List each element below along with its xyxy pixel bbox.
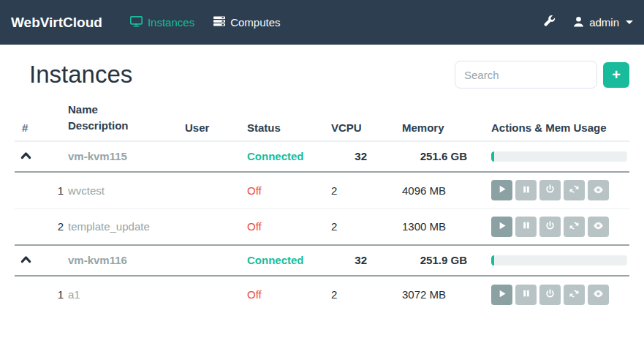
eye-icon <box>593 221 604 232</box>
row-index: 1 <box>15 288 68 301</box>
refresh-button[interactable] <box>564 285 585 305</box>
table-row-guest: 2 template_update Off 2 1300 MB <box>15 209 629 246</box>
instance-name-link[interactable]: a1 <box>68 288 80 301</box>
play-icon <box>497 184 507 196</box>
refresh-icon <box>569 289 579 301</box>
memory-value: 251.9 GB <box>402 254 491 266</box>
vcpu-value: 32 <box>331 150 402 162</box>
col-header-index: # <box>15 121 68 134</box>
chevron-up-icon <box>20 255 31 266</box>
host-name-link[interactable]: vm-kvm116 <box>68 254 127 266</box>
settings-wrench-button[interactable] <box>543 15 556 30</box>
pause-icon <box>522 289 531 300</box>
search-input[interactable] <box>455 61 597 89</box>
pause-button[interactable] <box>515 180 537 200</box>
play-button[interactable] <box>491 180 512 200</box>
user-icon <box>573 16 584 29</box>
play-button[interactable] <box>491 285 512 305</box>
status-badge: Off <box>247 288 262 301</box>
power-icon <box>545 184 555 196</box>
row-index: 1 <box>15 184 68 197</box>
brand-logo[interactable]: WebVirtCloud <box>11 15 102 31</box>
eye-icon <box>593 185 604 196</box>
table-row-guest: 1 a1 Off 2 3072 MB <box>15 277 629 313</box>
pause-button[interactable] <box>515 217 537 237</box>
power-icon <box>545 289 555 301</box>
top-navbar: WebVirtCloud Instances Computes <box>0 0 644 45</box>
server-icon <box>213 16 225 29</box>
eye-button[interactable] <box>588 217 609 237</box>
chevron-up-icon <box>20 151 31 162</box>
vcpu-value: 32 <box>331 254 402 266</box>
pause-button[interactable] <box>515 285 537 305</box>
col-header-name: Name Description <box>68 102 185 134</box>
nav-item-instances[interactable]: Instances <box>130 16 194 29</box>
memory-value: 4096 MB <box>402 184 446 197</box>
col-header-vcpu: VCPU <box>331 121 402 134</box>
col-header-actions: Actions & Mem Usage <box>491 121 629 134</box>
refresh-icon <box>569 184 579 196</box>
desktop-icon <box>130 16 143 29</box>
col-header-memory: Memory <box>402 121 491 134</box>
instances-table: # Name Description User Status VCPU Memo… <box>15 102 629 313</box>
status-badge: Connected <box>247 254 304 266</box>
refresh-button[interactable] <box>564 180 585 200</box>
collapse-chevron-button[interactable] <box>15 151 31 162</box>
instance-name-link[interactable]: wvctest <box>68 184 105 197</box>
play-icon <box>497 289 507 301</box>
power-button[interactable] <box>539 180 561 200</box>
refresh-button[interactable] <box>564 217 585 237</box>
status-badge: Off <box>247 220 262 233</box>
action-button-group <box>491 180 629 200</box>
action-button-group <box>491 217 629 237</box>
mem-usage-bar <box>491 255 627 266</box>
row-index: 2 <box>15 220 68 233</box>
mem-usage-fill <box>491 255 494 266</box>
eye-button[interactable] <box>588 285 609 305</box>
play-icon <box>497 221 507 233</box>
pause-icon <box>522 221 531 232</box>
host-name-link[interactable]: vm-kvm115 <box>68 150 127 162</box>
username-label: admin <box>589 16 619 29</box>
pause-icon <box>522 185 531 196</box>
status-badge: Connected <box>247 150 304 162</box>
vcpu-value: 2 <box>331 288 337 301</box>
vcpu-value: 2 <box>331 220 337 233</box>
collapse-chevron-button[interactable] <box>15 255 31 266</box>
chevron-down-icon <box>626 20 633 24</box>
play-button[interactable] <box>491 217 512 237</box>
add-instance-button[interactable]: + <box>603 62 629 88</box>
nav-item-label: Instances <box>148 16 194 29</box>
power-icon <box>545 221 555 233</box>
eye-button[interactable] <box>588 180 609 200</box>
table-header-row: # Name Description User Status VCPU Memo… <box>15 102 629 142</box>
power-button[interactable] <box>539 285 561 305</box>
col-header-user: User <box>185 121 247 134</box>
nav-item-computes[interactable]: Computes <box>213 16 280 29</box>
table-row-guest: 1 wvctest Off 2 4096 MB <box>15 173 629 209</box>
power-button[interactable] <box>539 217 561 237</box>
status-badge: Off <box>247 184 262 197</box>
user-dropdown[interactable]: admin <box>573 16 633 29</box>
mem-usage-bar <box>491 151 627 162</box>
memory-value: 1300 MB <box>402 220 446 233</box>
action-button-group <box>491 285 629 305</box>
memory-value: 251.6 GB <box>402 150 491 162</box>
eye-icon <box>593 289 604 300</box>
table-row-host: vm-kvm116 Connected 32 251.9 GB <box>15 246 629 277</box>
col-header-status: Status <box>247 121 331 134</box>
page-title: Instances <box>29 61 132 89</box>
table-row-host: vm-kvm115 Connected 32 251.6 GB <box>15 142 629 173</box>
instance-name-link[interactable]: template_update <box>68 220 150 233</box>
col-header-name-line1: Name <box>68 102 185 118</box>
col-header-name-line2: Description <box>68 118 185 134</box>
nav-item-label: Computes <box>230 16 280 29</box>
wrench-icon <box>543 15 556 30</box>
mem-usage-fill <box>491 151 494 162</box>
refresh-icon <box>569 221 579 233</box>
memory-value: 3072 MB <box>402 288 446 301</box>
vcpu-value: 2 <box>331 184 337 197</box>
